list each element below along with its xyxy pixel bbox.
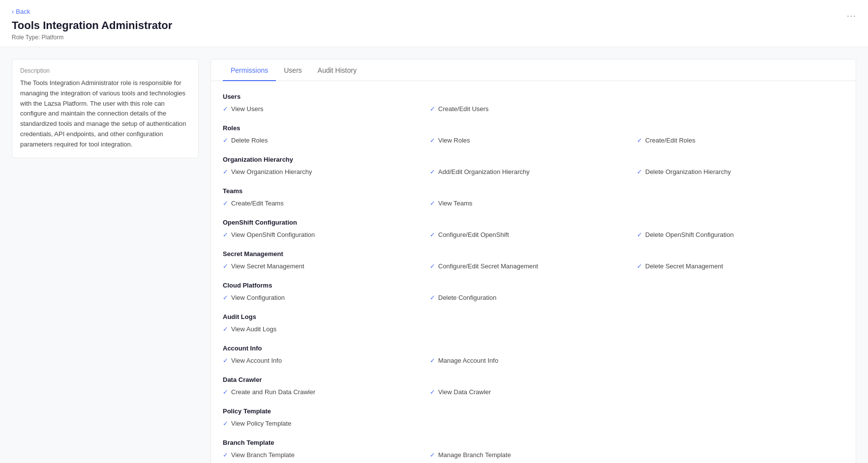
permission-label: Add/Edit Organization Hierarchy	[438, 168, 530, 175]
permission-items: ✓View Users✓Create/Edit Users	[223, 105, 844, 113]
permission-item: ✓View Teams	[430, 200, 637, 207]
permission-label: Create/Edit Teams	[231, 200, 284, 207]
permission-label: View Secret Management	[231, 262, 304, 270]
permission-label: Create/Edit Users	[438, 105, 489, 113]
permission-label: Delete Configuration	[438, 294, 497, 301]
permission-item: ✓Create and Run Data Crawler	[223, 388, 430, 396]
section-title: Users	[223, 93, 844, 100]
permission-section: Users✓View Users✓Create/Edit Users	[223, 93, 844, 113]
check-icon: ✓	[223, 168, 228, 175]
check-icon: ✓	[430, 137, 435, 144]
check-icon: ✓	[430, 231, 435, 238]
check-icon: ✓	[223, 294, 228, 301]
tabs-bar: Permissions Users Audit History	[211, 59, 856, 81]
permission-items: ✓View Audit Logs	[223, 325, 844, 333]
tab-audit-history[interactable]: Audit History	[310, 59, 364, 81]
description-text: The Tools Integration Administrator role…	[20, 78, 190, 150]
permission-item: ✓View Policy Template	[223, 420, 430, 427]
permission-item: ✓View Data Crawler	[430, 388, 637, 396]
check-icon: ✓	[223, 451, 228, 459]
section-title: Teams	[223, 187, 844, 195]
description-card: Description The Tools Integration Admini…	[12, 59, 199, 158]
permission-item: ✓View Secret Management	[223, 262, 430, 270]
permission-section: Audit Logs✓View Audit Logs	[223, 313, 844, 333]
permission-section: OpenShift Configuration✓View OpenShift C…	[223, 219, 844, 238]
section-title: Branch Template	[223, 439, 844, 446]
check-icon: ✓	[223, 262, 228, 270]
check-icon: ✓	[223, 200, 228, 207]
check-icon: ✓	[637, 262, 642, 270]
permission-items: ✓Delete Roles✓View Roles✓Create/Edit Rol…	[223, 137, 844, 144]
more-options-icon[interactable]: ⋯	[846, 10, 856, 22]
permission-items: ✓View OpenShift Configuration✓Configure/…	[223, 231, 844, 238]
check-icon: ✓	[430, 451, 435, 459]
tab-users[interactable]: Users	[276, 59, 310, 81]
permission-item: ✓View OpenShift Configuration	[223, 231, 430, 238]
permission-label: View Users	[231, 105, 264, 113]
check-icon: ✓	[430, 168, 435, 175]
permission-item: ✓Manage Branch Template	[430, 451, 637, 459]
permission-items: ✓View Configuration✓Delete Configuration	[223, 294, 844, 301]
permission-section: Teams✓Create/Edit Teams✓View Teams	[223, 187, 844, 207]
section-title: Organization Hierarchy	[223, 156, 844, 163]
permission-item: ✓View Organization Hierarchy	[223, 168, 430, 175]
check-icon: ✓	[223, 231, 228, 238]
permission-item: ✓Delete Configuration	[430, 294, 637, 301]
check-icon: ✓	[223, 137, 228, 144]
section-title: Secret Management	[223, 250, 844, 258]
permission-label: Configure/Edit Secret Management	[438, 262, 538, 270]
permission-label: Delete Roles	[231, 137, 268, 144]
back-label: Back	[16, 8, 30, 15]
permission-section: Branch Template✓View Branch Template✓Man…	[223, 439, 844, 459]
permission-item: ✓Create/Edit Teams	[223, 200, 430, 207]
permission-item: ✓View Roles	[430, 137, 637, 144]
permission-item: ✓Configure/Edit OpenShift	[430, 231, 637, 238]
permission-section: Account Info✓View Account Info✓Manage Ac…	[223, 345, 844, 364]
permission-section: Data Crawler✓Create and Run Data Crawler…	[223, 376, 844, 396]
permission-item: ✓Manage Account Info	[430, 357, 637, 364]
check-icon: ✓	[430, 357, 435, 364]
description-label: Description	[20, 67, 190, 74]
section-title: Account Info	[223, 345, 844, 352]
permission-item: ✓Delete Roles	[223, 137, 430, 144]
permission-item: ✓Add/Edit Organization Hierarchy	[430, 168, 637, 175]
check-icon: ✓	[223, 105, 228, 113]
role-type: Role Type: Platform	[12, 34, 856, 41]
permission-item: ✓Create/Edit Users	[430, 105, 637, 113]
check-icon: ✓	[637, 231, 642, 238]
permission-label: View Organization Hierarchy	[231, 168, 312, 175]
tab-permissions[interactable]: Permissions	[223, 59, 276, 81]
permission-item: ✓Delete OpenShift Configuration	[637, 231, 844, 238]
back-link[interactable]: ‹ Back	[12, 8, 856, 15]
check-icon: ✓	[223, 325, 228, 333]
permission-items: ✓View Account Info✓Manage Account Info	[223, 357, 844, 364]
permission-section: Roles✓Delete Roles✓View Roles✓Create/Edi…	[223, 124, 844, 144]
permission-items: ✓View Policy Template	[223, 420, 844, 427]
header: ‹ Back Tools Integration Administrator R…	[0, 0, 868, 47]
section-title: Cloud Platforms	[223, 282, 844, 289]
section-title: OpenShift Configuration	[223, 219, 844, 226]
permission-items: ✓View Organization Hierarchy✓Add/Edit Or…	[223, 168, 844, 175]
check-icon: ✓	[223, 420, 228, 427]
permission-item: ✓View Audit Logs	[223, 325, 430, 333]
check-icon: ✓	[430, 262, 435, 270]
section-title: Policy Template	[223, 407, 844, 415]
permission-item: ✓Delete Secret Management	[637, 262, 844, 270]
right-panel: Permissions Users Audit History Users✓Vi…	[210, 59, 856, 463]
permission-label: View OpenShift Configuration	[231, 231, 315, 238]
section-title: Audit Logs	[223, 313, 844, 320]
permission-label: View Policy Template	[231, 420, 291, 427]
permission-section: Organization Hierarchy✓View Organization…	[223, 156, 844, 175]
check-icon: ✓	[223, 388, 228, 396]
page-container: ‹ Back Tools Integration Administrator R…	[0, 0, 868, 463]
permission-section: Secret Management✓View Secret Management…	[223, 250, 844, 270]
permission-label: View Audit Logs	[231, 325, 276, 333]
permission-label: View Configuration	[231, 294, 285, 301]
permission-item: ✓Create/Edit Roles	[637, 137, 844, 144]
section-title: Roles	[223, 124, 844, 132]
permission-item: ✓View Branch Template	[223, 451, 430, 459]
check-icon: ✓	[430, 388, 435, 396]
check-icon: ✓	[430, 294, 435, 301]
check-icon: ✓	[637, 137, 642, 144]
content-area: Description The Tools Integration Admini…	[0, 47, 868, 463]
